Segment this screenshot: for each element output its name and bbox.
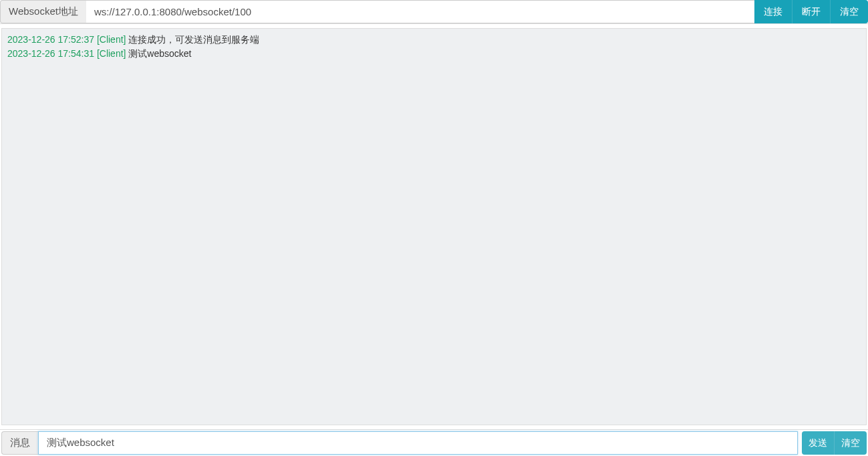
- log-entry: 2023-12-26 17:52:37 [Client] 连接成功，可发送消息到…: [7, 33, 861, 47]
- log-source: [Client]: [94, 48, 128, 59]
- clear-log-button[interactable]: 清空: [830, 0, 868, 23]
- disconnect-button[interactable]: 断开: [792, 0, 830, 23]
- log-message: 连接成功，可发送消息到服务端: [128, 34, 259, 45]
- send-button[interactable]: 发送: [802, 431, 834, 455]
- connect-button[interactable]: 连接: [754, 0, 792, 23]
- log-timestamp: 2023-12-26 17:54:31: [7, 48, 94, 59]
- log-entry: 2023-12-26 17:54:31 [Client] 测试websocket: [7, 47, 861, 61]
- top-button-group: 连接 断开 清空: [754, 0, 868, 23]
- log-message: 测试websocket: [128, 48, 191, 59]
- bottom-bar: 消息 发送 清空: [0, 429, 868, 456]
- log-source: [Client]: [94, 34, 128, 45]
- message-label: 消息: [1, 431, 38, 455]
- bottom-button-group: 发送 清空: [802, 431, 867, 455]
- message-input[interactable]: [38, 431, 798, 455]
- address-input[interactable]: [86, 0, 754, 23]
- address-label: Websocket地址: [0, 0, 86, 23]
- log-timestamp: 2023-12-26 17:52:37: [7, 34, 94, 45]
- log-area: 2023-12-26 17:52:37 [Client] 连接成功，可发送消息到…: [1, 28, 867, 425]
- clear-message-button[interactable]: 清空: [834, 431, 867, 455]
- top-bar: Websocket地址 连接 断开 清空: [0, 0, 868, 24]
